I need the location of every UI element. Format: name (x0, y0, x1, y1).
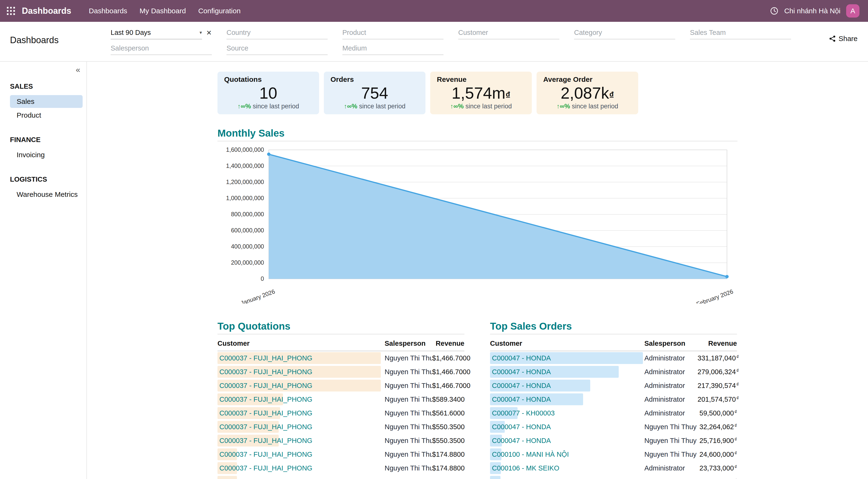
customer-link[interactable]: C000037 - FUJI_HAI_PHONG (217, 464, 384, 472)
revenue-cell: $1,466.7000 (432, 368, 470, 376)
svg-text:400,000,000: 400,000,000 (231, 243, 264, 250)
kpi-card-revenue[interactable]: Revenue 1,574m₫ ↑∞% since last period (430, 72, 532, 114)
table-row: C000047 - HONDA Administrator 217,390,57… (490, 379, 737, 392)
revenue-cell: $1,466.7000 (432, 354, 470, 362)
svg-text:1,400,000,000: 1,400,000,000 (226, 163, 264, 169)
table-row: C000047 - HONDA Administrator 279,006,32… (490, 365, 737, 379)
trend-percent: ∞% (347, 103, 357, 110)
sidebar-item-warehouse-metrics[interactable]: Warehouse Metrics (10, 188, 83, 201)
filter-input-customer[interactable] (458, 26, 559, 39)
filter-input-product[interactable] (342, 26, 443, 39)
company-name[interactable]: Chi nhánh Hà Nội (784, 7, 840, 15)
customer-link[interactable]: C000037 - FUJI_HAI_PHONG (217, 423, 384, 431)
chart-title: Monthly Sales (217, 128, 284, 139)
salesperson-cell: Nguyen Thi Thu (384, 437, 432, 445)
kpi-card-orders[interactable]: Orders 754 ↑∞% since last period (324, 72, 426, 114)
kpi-value: 10 (224, 84, 312, 102)
share-button[interactable]: Share (829, 35, 858, 43)
period-filter-select[interactable]: Last 90 Days ▾ (111, 26, 202, 39)
revenue-cell: 24,600,000₫ (698, 450, 737, 458)
salesperson-cell: Nguyen Thi Thuy (644, 423, 698, 431)
customer-link[interactable]: C000047 - HONDA (490, 437, 644, 445)
nav-menu: DashboardsMy DashboardConfiguration (83, 0, 247, 22)
salesperson-cell: Nguyen Thi Thu (384, 409, 432, 417)
customer-link[interactable]: C000047 - HONDA (490, 368, 644, 376)
trend-caption: since last period (251, 103, 299, 110)
sidebar-collapse-icon[interactable]: « (76, 65, 80, 73)
revenue-cell: $174.8800 (432, 450, 465, 458)
column-header-salesperson: Salesperson (644, 340, 698, 347)
column-header-revenue: Revenue (432, 340, 464, 347)
activity-clock-icon[interactable] (770, 7, 778, 15)
salesperson-cell: Administrator (644, 368, 698, 376)
trend-percent: ∞% (560, 103, 570, 110)
table-row: C000077 - KH00003 Administrator 59,500,0… (490, 406, 737, 420)
user-avatar[interactable]: A (846, 4, 860, 18)
filter-input-category[interactable] (574, 26, 675, 39)
monthly-sales-chart: 0200,000,000400,000,000600,000,000800,00… (217, 144, 737, 305)
customer-link[interactable]: C000037 - FUJI_HAI_PHONG (217, 450, 384, 458)
filter-input-salesperson[interactable] (111, 42, 212, 55)
kpi-value: 1,574m₫ (437, 84, 525, 102)
kpi-trend: ↑∞% since last period (437, 103, 525, 110)
salesperson-cell: Administrator (644, 464, 698, 472)
revenue-cell: 23,733,000₫ (698, 464, 737, 472)
customer-link[interactable]: C000106 - MK SEIKO (490, 464, 644, 472)
page-title: Dashboards (10, 35, 111, 45)
filter-input-source[interactable] (226, 42, 328, 55)
customer-link[interactable]: C000037 - FUJI_HAI_PHONG (217, 478, 384, 479)
customer-link[interactable]: C000047 - HONDA (490, 354, 644, 362)
kpi-value: 2,087k₫ (543, 84, 631, 102)
trend-up-icon: ↑ (344, 103, 347, 110)
customer-link[interactable]: C000047 - HONDA (490, 478, 644, 479)
kpi-title: Orders (331, 75, 419, 83)
customer-link[interactable]: C000047 - HONDA (490, 382, 644, 389)
sidebar-item-sales[interactable]: Sales (10, 95, 83, 108)
sidebar-item-product[interactable]: Product (10, 109, 83, 122)
trend-percent: ∞% (454, 103, 464, 110)
salesperson-cell: Administrator (644, 396, 698, 403)
revenue-cell: 217,390,574₫ (698, 381, 739, 389)
salesperson-cell: Administrator (644, 409, 698, 417)
kpi-value: 754 (331, 84, 419, 102)
table-row: C000047 - HONDA Nguyen Thi Thuy 22,397,0… (490, 475, 737, 479)
svg-text:1,000,000,000: 1,000,000,000 (226, 195, 264, 201)
sidebar-item-invoicing[interactable]: Invoicing (10, 148, 83, 161)
salesperson-cell: Nguyen Thi Thu (384, 423, 432, 431)
salesperson-cell: Nguyen Thi Thu (384, 354, 432, 362)
control-panel: Dashboards Last 90 Days ▾ ✕ Share (0, 22, 868, 62)
nav-item-configuration[interactable]: Configuration (192, 0, 247, 22)
nav-item-dashboards[interactable]: Dashboards (83, 0, 133, 22)
customer-link[interactable]: C000100 - MANI HÀ NỘI (490, 450, 644, 458)
customer-link[interactable]: C000037 - FUJI_HAI_PHONG (217, 354, 384, 362)
table-row: C000037 - FUJI_HAI_PHONG Nguyen Thi Thu … (217, 420, 464, 434)
trend-caption: since last period (570, 103, 618, 110)
customer-link[interactable]: C000037 - FUJI_HAI_PHONG (217, 382, 384, 389)
customer-link[interactable]: C000077 - KH00003 (490, 409, 644, 417)
customer-link[interactable]: C000047 - HONDA (490, 396, 644, 403)
filter-input-country[interactable] (226, 26, 328, 39)
nav-item-my-dashboard[interactable]: My Dashboard (133, 0, 192, 22)
salesperson-cell: Administrator (644, 382, 698, 389)
table-row: C000037 - FUJI_HAI_PHONG Nguyen Thi Thu … (217, 447, 464, 461)
customer-link[interactable]: C000037 - FUJI_HAI_PHONG (217, 409, 384, 417)
customer-link[interactable]: C000047 - HONDA (490, 423, 644, 431)
column-header-customer: Customer (490, 340, 644, 347)
kpi-card-average-order[interactable]: Average Order 2,087k₫ ↑∞% since last per… (536, 72, 638, 114)
apps-grid-icon[interactable] (0, 0, 22, 22)
filter-input-sales-team[interactable] (690, 26, 791, 39)
customer-link[interactable]: C000037 - FUJI_HAI_PHONG (217, 396, 384, 403)
trend-up-icon: ↑ (557, 103, 560, 110)
trend-up-icon: ↑ (238, 103, 241, 110)
svg-text:800,000,000: 800,000,000 (231, 211, 264, 217)
table-row: C000037 - FUJI_HAI_PHONG Nguyen Thi Thu … (217, 406, 464, 420)
top-navbar: Dashboards DashboardsMy DashboardConfigu… (0, 0, 868, 22)
table-row: C000047 - HONDA Administrator 331,187,04… (490, 351, 737, 365)
app-title[interactable]: Dashboards (22, 6, 71, 16)
revenue-cell: 32,264,062₫ (698, 423, 737, 431)
customer-link[interactable]: C000037 - FUJI_HAI_PHONG (217, 437, 384, 445)
filter-input-medium[interactable] (342, 42, 443, 55)
customer-link[interactable]: C000037 - FUJI_HAI_PHONG (217, 368, 384, 376)
clear-filter-icon[interactable]: ✕ (206, 29, 212, 37)
kpi-card-quotations[interactable]: Quotations 10 ↑∞% since last period (217, 72, 319, 114)
